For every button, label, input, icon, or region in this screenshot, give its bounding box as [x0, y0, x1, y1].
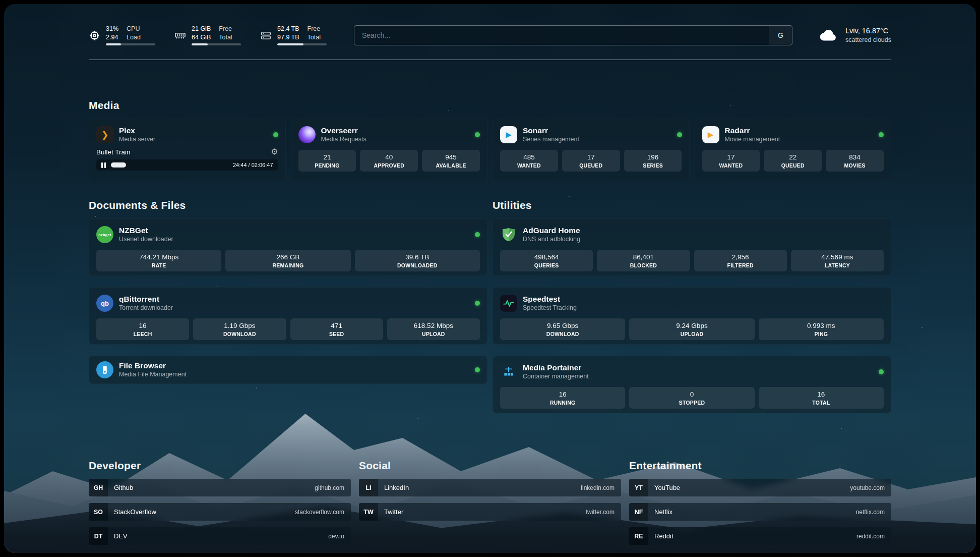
- youtube-icon: YT: [629, 479, 648, 496]
- stat-label: STOPPED: [631, 400, 752, 406]
- stat-upload: 9.24 Gbps UPLOAD: [629, 318, 754, 340]
- app-card-speedtest[interactable]: Speedtest Speedtest Tracking 9.65 Gbps D…: [493, 287, 891, 345]
- disk-metric: 52.4 TB 97.9 TB Free Total: [260, 25, 327, 45]
- stat-label: UPLOAD: [631, 331, 752, 337]
- portainer-stats: 16 RUNNING 0 STOPPED 16 TOTAL: [500, 387, 884, 409]
- stat-label: WANTED: [502, 162, 556, 169]
- app-card-nzbget[interactable]: nzbget NZBGet Usenet downloader 744.21 M…: [89, 218, 487, 276]
- stat-wanted: 485 WANTED: [500, 150, 558, 172]
- bookmark-name: Netflix: [648, 508, 672, 516]
- search-engine-button[interactable]: G: [769, 26, 792, 45]
- stat-label: WANTED: [704, 162, 758, 169]
- bookmark-netflix[interactable]: NF Netflix netflix.com: [629, 503, 891, 521]
- stat-label: RATE: [98, 262, 219, 268]
- bookmark-name: DEV: [108, 532, 128, 540]
- stat-value: 0: [631, 391, 752, 399]
- bookmark-twitter[interactable]: TW Twitter twitter.com: [359, 503, 621, 521]
- qbittorrent-card-header: qb qBittorrent Torrent downloader: [96, 295, 480, 312]
- app-card-radarr[interactable]: ▶ Radarr Movie management 17 WANTED: [695, 119, 892, 181]
- app-name: qBittorrent: [119, 295, 173, 303]
- app-subtitle: Media Requests: [321, 136, 366, 143]
- gear-icon[interactable]: ⚙: [271, 148, 278, 156]
- bookmark-stackoverflow[interactable]: SO StackOverflow stackoverflow.com: [89, 503, 351, 521]
- stat-label: DOWNLOADED: [357, 262, 478, 268]
- ram-total-value: 64 GiB: [192, 34, 211, 41]
- stat-value: 498,564: [502, 253, 591, 262]
- stat-value: 39.6 TB: [357, 253, 478, 262]
- stat-leech: 16 LEECH: [96, 318, 189, 340]
- qbittorrent-logo-text: qb: [101, 300, 109, 307]
- radarr-icon: ▶: [702, 126, 719, 143]
- app-card-portainer[interactable]: Media Portainer Container management 16 …: [493, 356, 891, 413]
- app-card-sonarr[interactable]: ▶ Sonarr Series management 485 WANTED: [493, 119, 690, 181]
- disk-progress-bar: [277, 43, 327, 45]
- bookmark-url: dev.to: [328, 533, 351, 540]
- stat-seed: 471 SEED: [290, 318, 383, 340]
- app-card-plex[interactable]: ❯ Plex Media server Bullet Train ⚙: [89, 119, 286, 181]
- stat-downloaded: 39.6 TB DOWNLOADED: [355, 250, 480, 271]
- system-metrics: 31% 2.94 CPU Load: [89, 25, 327, 45]
- stat-value: 471: [292, 322, 381, 330]
- bookmark-github[interactable]: GH Github github.com: [89, 479, 351, 496]
- stat-label: REMAINING: [227, 262, 348, 268]
- bookmark-linkedin[interactable]: LI LinkedIn linkedin.com: [359, 479, 621, 496]
- stat-value: 16: [98, 322, 187, 330]
- app-card-adguard[interactable]: AdGuard Home DNS and adblocking 498,564 …: [493, 218, 891, 276]
- dashboard-content: 31% 2.94 CPU Load: [4, 4, 976, 553]
- bookmark-url: twitter.com: [586, 509, 621, 516]
- stat-value: 16: [502, 391, 623, 399]
- player-progress-track[interactable]: [111, 162, 228, 168]
- bookmark-url: stackoverflow.com: [295, 509, 351, 516]
- stat-label: PENDING: [300, 162, 354, 169]
- stat-movies: 834 MOVIES: [826, 150, 884, 172]
- app-card-overseerr[interactable]: Overseerr Media Requests 21 PENDING 40 A…: [291, 119, 488, 181]
- search-bar: G: [354, 25, 792, 45]
- app-card-qbittorrent[interactable]: qb qBittorrent Torrent downloader 16 LEE…: [89, 287, 487, 345]
- app-card-filebrowser[interactable]: File Browser Media File Management: [89, 356, 487, 384]
- cpu-metric: 31% 2.94 CPU Load: [89, 25, 155, 45]
- stat-value: 266 GB: [227, 253, 348, 262]
- stat-queued: 17 QUEUED: [562, 150, 620, 172]
- stat-pending: 21 PENDING: [298, 150, 356, 172]
- header-divider: [89, 60, 891, 60]
- stat-label: BLOCKED: [599, 262, 688, 268]
- weather-condition: scattered clouds: [845, 36, 891, 44]
- bookmark-dev[interactable]: DT DEV dev.to: [89, 527, 351, 545]
- stat-value: 618.52 Mbps: [389, 322, 478, 330]
- ram-progress-bar: [192, 43, 241, 45]
- stat-upload: 618.52 Mbps UPLOAD: [387, 318, 480, 340]
- filebrowser-icon: [96, 361, 113, 378]
- stat-stopped: 0 STOPPED: [629, 387, 754, 409]
- cpu-progress-bar: [106, 43, 155, 45]
- pause-icon[interactable]: [101, 162, 106, 168]
- stat-label: PING: [761, 331, 882, 337]
- stat-value: 22: [766, 153, 820, 162]
- disk-icon: [260, 30, 272, 41]
- sonarr-icon: ▶: [500, 126, 517, 143]
- stat-value: 9.65 Gbps: [502, 322, 623, 330]
- stat-series: 196 SERIES: [624, 150, 682, 172]
- bookmark-name: Twitter: [378, 508, 403, 516]
- status-dot: [475, 367, 480, 372]
- bookmark-reddit[interactable]: RE Reddit reddit.com: [629, 527, 891, 545]
- search-input[interactable]: [354, 31, 769, 39]
- reddit-icon: RE: [629, 527, 648, 545]
- stat-ping: 0.993 ms PING: [759, 318, 884, 340]
- app-subtitle: Torrent downloader: [119, 304, 173, 311]
- section-social: Social LI LinkedIn linkedin.com TW Twitt…: [359, 460, 621, 551]
- stat-label: SEED: [292, 331, 381, 337]
- adguard-stats: 498,564 QUERIES 86,401 BLOCKED 2,956 FIL…: [500, 250, 884, 271]
- stat-label: UPLOAD: [389, 331, 478, 337]
- stat-value: 2,956: [696, 253, 785, 262]
- status-dot: [475, 232, 480, 237]
- bookmark-name: StackOverflow: [108, 508, 156, 516]
- app-name: AdGuard Home: [523, 226, 580, 235]
- stat-value: 17: [564, 153, 618, 162]
- stat-value: 40: [362, 153, 416, 162]
- bookmark-youtube[interactable]: YT YouTube youtube.com: [629, 479, 891, 496]
- app-name: Radarr: [725, 126, 780, 135]
- qbittorrent-stats: 16 LEECH 1.19 Gbps DOWNLOAD 471 SEED 6: [96, 318, 480, 340]
- app-name: NZBGet: [119, 226, 173, 235]
- stat-value: 17: [704, 153, 758, 162]
- filebrowser-card-header: File Browser Media File Management: [96, 362, 480, 378]
